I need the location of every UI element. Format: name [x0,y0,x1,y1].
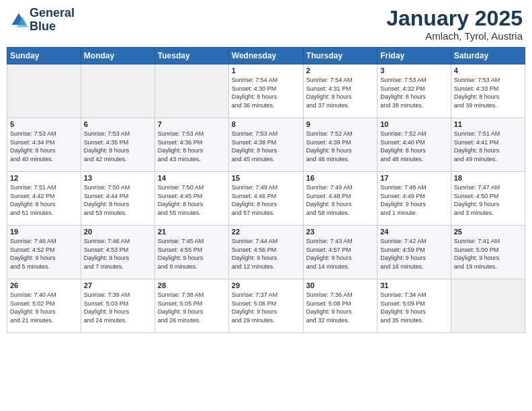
day-info: Sunrise: 7:37 AM Sunset: 5:06 PM Dayligh… [232,291,300,324]
day-number: 21 [158,228,226,236]
calendar-cell: 7Sunrise: 7:53 AM Sunset: 4:36 PM Daylig… [154,118,228,172]
day-info: Sunrise: 7:39 AM Sunset: 5:03 PM Dayligh… [84,291,152,324]
calendar-cell: 27Sunrise: 7:39 AM Sunset: 5:03 PM Dayli… [81,279,154,333]
weekday-header-saturday: Saturday [451,48,525,64]
calendar-cell: 28Sunrise: 7:38 AM Sunset: 5:05 PM Dayli… [154,279,228,333]
day-info: Sunrise: 7:52 AM Sunset: 4:40 PM Dayligh… [380,130,447,163]
calendar-cell: 6Sunrise: 7:53 AM Sunset: 4:35 PM Daylig… [81,118,154,172]
calendar-cell: 12Sunrise: 7:51 AM Sunset: 4:42 PM Dayli… [7,172,81,226]
day-number: 4 [454,66,522,75]
weekday-header-sunday: Sunday [7,48,81,64]
location-title: Amlach, Tyrol, Austria [386,30,523,42]
day-info: Sunrise: 7:51 AM Sunset: 4:41 PM Dayligh… [454,130,522,163]
day-info: Sunrise: 7:53 AM Sunset: 4:35 PM Dayligh… [84,130,152,163]
day-info: Sunrise: 7:43 AM Sunset: 4:57 PM Dayligh… [306,237,374,271]
month-title: January 2025 [386,7,523,30]
calendar-cell: 19Sunrise: 7:46 AM Sunset: 4:52 PM Dayli… [7,226,81,279]
weekday-header-tuesday: Tuesday [154,48,228,64]
calendar-cell: 18Sunrise: 7:47 AM Sunset: 4:50 PM Dayli… [451,172,525,226]
day-info: Sunrise: 7:45 AM Sunset: 4:55 PM Dayligh… [158,237,226,271]
day-info: Sunrise: 7:48 AM Sunset: 4:49 PM Dayligh… [380,183,447,217]
day-info: Sunrise: 7:53 AM Sunset: 4:34 PM Dayligh… [10,130,78,163]
day-number: 6 [84,120,152,128]
calendar-cell [7,64,81,118]
day-info: Sunrise: 7:49 AM Sunset: 4:46 PM Dayligh… [232,183,300,217]
day-number: 13 [84,174,152,182]
weekday-header-friday: Friday [378,48,451,64]
calendar-cell: 14Sunrise: 7:50 AM Sunset: 4:45 PM Dayli… [154,172,228,226]
day-number: 10 [380,120,447,128]
page: General Blue January 2025 Amlach, Tyrol,… [0,0,532,411]
day-number: 7 [158,120,226,128]
day-info: Sunrise: 7:46 AM Sunset: 4:52 PM Dayligh… [10,237,78,271]
weekday-header-thursday: Thursday [303,48,377,64]
day-number: 12 [10,174,78,182]
calendar-cell: 3Sunrise: 7:53 AM Sunset: 4:32 PM Daylig… [378,64,451,118]
day-info: Sunrise: 7:44 AM Sunset: 4:56 PM Dayligh… [232,237,300,271]
day-info: Sunrise: 7:34 AM Sunset: 5:09 PM Dayligh… [380,291,447,324]
week-row-5: 26Sunrise: 7:40 AM Sunset: 5:02 PM Dayli… [7,279,525,333]
calendar-cell: 24Sunrise: 7:42 AM Sunset: 4:59 PM Dayli… [378,226,451,279]
week-row-2: 5Sunrise: 7:53 AM Sunset: 4:34 PM Daylig… [7,118,525,172]
day-number: 25 [454,228,522,236]
week-row-4: 19Sunrise: 7:46 AM Sunset: 4:52 PM Dayli… [7,226,525,279]
calendar-cell: 20Sunrise: 7:46 AM Sunset: 4:53 PM Dayli… [81,226,154,279]
calendar-cell [81,64,154,118]
day-number: 20 [84,228,152,236]
calendar-cell: 29Sunrise: 7:37 AM Sunset: 5:06 PM Dayli… [228,279,303,333]
logo: General Blue [9,7,75,34]
logo-text: General Blue [30,7,75,34]
day-info: Sunrise: 7:51 AM Sunset: 4:42 PM Dayligh… [10,183,78,217]
title-block: January 2025 Amlach, Tyrol, Austria [386,7,523,42]
day-info: Sunrise: 7:47 AM Sunset: 4:50 PM Dayligh… [454,183,522,217]
day-number: 29 [232,281,300,289]
calendar-cell: 8Sunrise: 7:53 AM Sunset: 4:38 PM Daylig… [228,118,303,172]
day-number: 30 [306,281,374,289]
weekday-header-row: SundayMondayTuesdayWednesdayThursdayFrid… [7,48,525,64]
calendar-cell: 11Sunrise: 7:51 AM Sunset: 4:41 PM Dayli… [451,118,525,172]
day-number: 26 [10,281,78,289]
day-info: Sunrise: 7:38 AM Sunset: 5:05 PM Dayligh… [158,291,226,324]
day-number: 15 [232,174,300,182]
calendar-cell: 4Sunrise: 7:53 AM Sunset: 4:33 PM Daylig… [451,64,525,118]
header: General Blue January 2025 Amlach, Tyrol,… [7,7,525,42]
day-info: Sunrise: 7:53 AM Sunset: 4:32 PM Dayligh… [380,76,447,109]
calendar-cell [451,279,525,333]
day-info: Sunrise: 7:50 AM Sunset: 4:44 PM Dayligh… [84,183,152,217]
day-info: Sunrise: 7:53 AM Sunset: 4:33 PM Dayligh… [454,76,522,109]
calendar-cell: 15Sunrise: 7:49 AM Sunset: 4:46 PM Dayli… [228,172,303,226]
calendar-cell: 23Sunrise: 7:43 AM Sunset: 4:57 PM Dayli… [303,226,377,279]
day-info: Sunrise: 7:52 AM Sunset: 4:39 PM Dayligh… [306,130,374,163]
day-info: Sunrise: 7:54 AM Sunset: 4:31 PM Dayligh… [306,76,374,109]
calendar-cell: 17Sunrise: 7:48 AM Sunset: 4:49 PM Dayli… [378,172,451,226]
day-info: Sunrise: 7:42 AM Sunset: 4:59 PM Dayligh… [380,237,447,271]
calendar-cell: 25Sunrise: 7:41 AM Sunset: 5:00 PM Dayli… [451,226,525,279]
calendar-cell: 16Sunrise: 7:49 AM Sunset: 4:48 PM Dayli… [303,172,377,226]
day-info: Sunrise: 7:50 AM Sunset: 4:45 PM Dayligh… [158,183,226,217]
day-number: 27 [84,281,152,289]
day-number: 28 [158,281,226,289]
calendar-table: SundayMondayTuesdayWednesdayThursdayFrid… [7,47,525,333]
calendar-cell: 26Sunrise: 7:40 AM Sunset: 5:02 PM Dayli… [7,279,81,333]
day-number: 16 [306,174,374,182]
day-number: 24 [380,228,447,236]
day-info: Sunrise: 7:36 AM Sunset: 5:08 PM Dayligh… [306,291,374,324]
calendar-cell: 21Sunrise: 7:45 AM Sunset: 4:55 PM Dayli… [154,226,228,279]
day-info: Sunrise: 7:53 AM Sunset: 4:36 PM Dayligh… [158,130,226,163]
week-row-3: 12Sunrise: 7:51 AM Sunset: 4:42 PM Dayli… [7,172,525,226]
day-info: Sunrise: 7:41 AM Sunset: 5:00 PM Dayligh… [454,237,522,271]
day-number: 3 [380,66,447,75]
calendar-cell: 22Sunrise: 7:44 AM Sunset: 4:56 PM Dayli… [228,226,303,279]
logo-icon [9,11,28,30]
day-number: 5 [10,120,78,128]
day-number: 18 [454,174,522,182]
day-number: 17 [380,174,447,182]
calendar-cell: 31Sunrise: 7:34 AM Sunset: 5:09 PM Dayli… [378,279,451,333]
day-number: 8 [232,120,300,128]
day-number: 14 [158,174,226,182]
day-number: 23 [306,228,374,236]
day-info: Sunrise: 7:49 AM Sunset: 4:48 PM Dayligh… [306,183,374,217]
day-number: 19 [10,228,78,236]
day-info: Sunrise: 7:53 AM Sunset: 4:38 PM Dayligh… [232,130,300,163]
calendar-cell: 9Sunrise: 7:52 AM Sunset: 4:39 PM Daylig… [303,118,377,172]
